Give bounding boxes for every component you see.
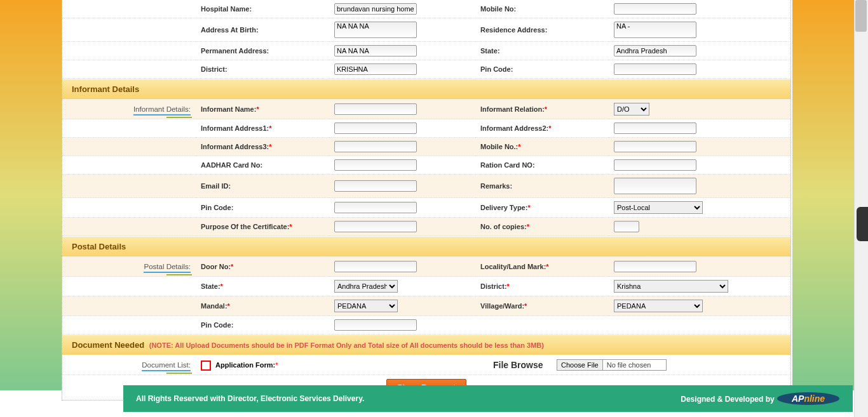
label-permanent-address-: Permanent Address: — [196, 42, 329, 60]
postal-table: Postal Details:Door No:*Locality/Land Ma… — [62, 256, 790, 334]
side-label-postal-table: Postal Details: — [144, 263, 191, 273]
input-purpose-of-the-certificate-[interactable] — [334, 221, 417, 232]
section-header-postal: Postal Details — [62, 236, 790, 256]
label: Mandal:* — [196, 296, 329, 316]
choose-file-button[interactable]: Choose File — [557, 359, 603, 371]
document-header-text: Document Needed — [72, 340, 144, 350]
input-state-[interactable] — [614, 45, 696, 56]
input-ration-card-no-[interactable] — [614, 159, 696, 171]
required-app-form: * — [275, 361, 278, 369]
label: Pin Code: — [196, 198, 329, 218]
informant-header-text: Informant Details — [72, 84, 139, 94]
footer-right: Designed & Developed by APnline — [681, 392, 840, 407]
label: State:* — [196, 277, 329, 296]
label: Pin Code: — [196, 316, 329, 334]
label: Informant Name:* — [196, 99, 329, 119]
label: No. of copies:* — [475, 218, 609, 236]
input-aadhar-card-no-[interactable] — [334, 159, 417, 171]
label-residence-address-: Residence Address: — [475, 18, 609, 42]
side-label-doclist: Document List: — [142, 361, 191, 371]
input-door-no-[interactable] — [334, 261, 417, 272]
label: AADHAR Card No: — [196, 156, 329, 175]
label — [475, 316, 609, 334]
select-informant-relation-[interactable]: D/O — [614, 103, 649, 116]
section-header-informant: Informant Details — [62, 79, 790, 99]
document-note-text: (NOTE: All Upload Documents should be in… — [149, 341, 544, 349]
input-informant-address3-[interactable] — [334, 141, 417, 152]
label-hospital-name-: Hospital Name: — [196, 0, 329, 18]
label: District:* — [475, 277, 609, 296]
footer-right-text: Designed & Developed by — [681, 395, 774, 404]
scrollbar-thumb[interactable] — [855, 0, 867, 32]
top-details-table: Hospital Name:Mobile No:Address At Birth… — [62, 0, 790, 79]
select-delivery-type-[interactable]: Post-Local — [614, 201, 703, 214]
application-form-label: Application Form: — [215, 361, 275, 369]
input-hospital-name-[interactable] — [334, 3, 417, 15]
application-form-checkbox[interactable] — [201, 361, 211, 371]
input-mobile-no-[interactable] — [614, 141, 696, 152]
select-district-[interactable]: Krishna — [614, 280, 728, 293]
input-no-of-copies-[interactable] — [614, 221, 639, 232]
label: Ration Card NO: — [475, 156, 609, 175]
label-pin-code-: Pin Code: — [475, 60, 609, 79]
select-village-ward-[interactable]: PEDANA — [614, 300, 703, 312]
section-header-document: Document Needed (NOTE: All Upload Docume… — [62, 334, 790, 355]
aponline-logo-icon: APnline — [776, 392, 840, 406]
label: Informant Address3:* — [196, 138, 329, 156]
input-residence-address-[interactable]: NA - — [614, 22, 696, 38]
side-label-informant-table: Informant Details: — [133, 105, 191, 116]
input-district-[interactable] — [334, 63, 417, 75]
label: Informant Address1:* — [196, 119, 329, 138]
label: Mobile No.:* — [475, 138, 609, 156]
input-locality-land-mark-[interactable] — [614, 261, 696, 272]
svg-text:APnline: APnline — [791, 394, 825, 404]
informant-table: Informant Details:Informant Name:*Inform… — [62, 99, 790, 236]
label-address-at-birth-: Address At Birth: — [196, 18, 329, 42]
no-file-chosen-text: No file chosen — [603, 359, 667, 371]
label-mobile-no-: Mobile No: — [475, 0, 609, 18]
label: Door No:* — [196, 256, 329, 277]
select-mandal-[interactable]: PEDANA — [334, 300, 398, 312]
label: Purpose Of the Certificate:* — [196, 218, 329, 236]
input-address-at-birth-[interactable]: NA NA NA — [334, 22, 417, 38]
side-tab-handle[interactable] — [857, 207, 868, 241]
label-district-: District: — [196, 60, 329, 79]
label: Informant Relation:* — [475, 99, 609, 119]
label: Remarks: — [475, 175, 609, 198]
input-pin-code-[interactable] — [334, 319, 417, 331]
footer-left-text: All Rights Reserved with Director, Elect… — [136, 394, 364, 403]
textarea-remarks-[interactable] — [614, 178, 696, 194]
input-informant-address2-[interactable] — [614, 122, 696, 134]
footer-bar: All Rights Reserved with Director, Elect… — [123, 385, 853, 412]
select-state-[interactable]: Andhra Pradesh — [334, 280, 398, 293]
input-email-id-[interactable] — [334, 180, 417, 192]
label-state-: State: — [475, 42, 609, 60]
input-informant-name-[interactable] — [334, 103, 417, 115]
input-pin-code-[interactable] — [614, 63, 696, 75]
postal-header-text: Postal Details — [72, 242, 126, 251]
input-pin-code-[interactable] — [334, 202, 417, 213]
label: Informant Address2:* — [475, 119, 609, 138]
file-browse-label: File Browse — [493, 360, 543, 370]
label: Delivery Type:* — [475, 198, 609, 218]
label: Village/Ward:* — [475, 296, 609, 316]
input-informant-address1-[interactable] — [334, 122, 417, 134]
label: Locality/Land Mark:* — [475, 256, 609, 277]
input-permanent-address-[interactable] — [334, 45, 417, 56]
input-mobile-no-[interactable] — [614, 3, 696, 15]
label: Email ID: — [196, 175, 329, 198]
